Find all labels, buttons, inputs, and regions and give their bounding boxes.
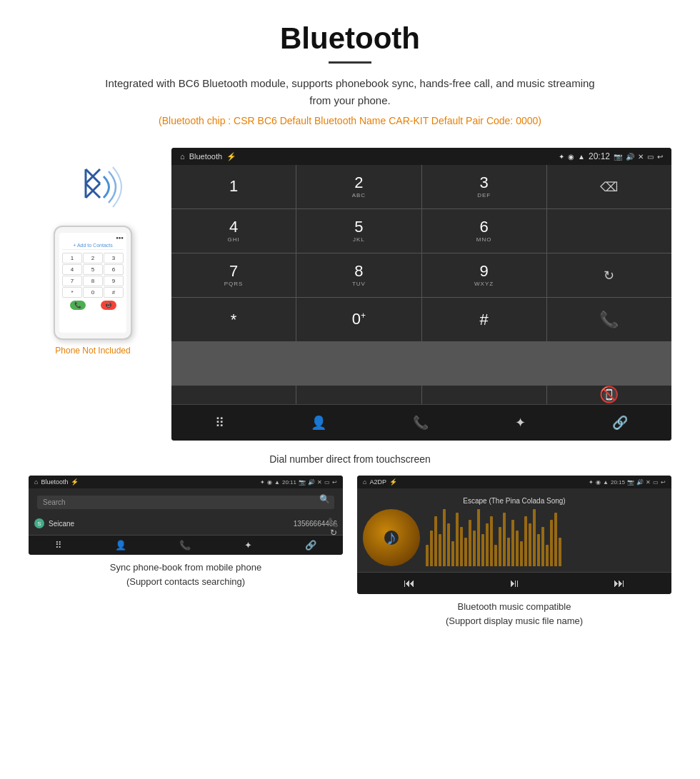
viz-bar [464, 538, 467, 566]
search-bar[interactable]: Search [37, 496, 334, 509]
viz-bar [511, 520, 514, 566]
dial-key-star[interactable]: * [171, 298, 296, 341]
mu-vol-icon[interactable]: 🔊 [636, 479, 644, 486]
phone-key-9[interactable]: 9 [104, 276, 124, 286]
call-button[interactable]: 📞 [547, 298, 671, 341]
phone-key-0[interactable]: 0 [83, 287, 103, 298]
play-pause-button[interactable]: ⏯ [509, 577, 520, 590]
dial-key-9[interactable]: 9 WXYZ [422, 253, 546, 297]
mu-back-icon[interactable]: ↩ [661, 479, 666, 486]
dial-key-6[interactable]: 6 MNO [422, 209, 546, 253]
viz-bar [477, 509, 480, 566]
bottom-btn-keypad[interactable]: ⠿ [208, 412, 231, 433]
pb-win-icon[interactable]: ▭ [324, 479, 330, 486]
mu-close-icon[interactable]: ✕ [646, 479, 651, 486]
volume-icon[interactable]: 🔊 [626, 153, 634, 161]
phone-section: ●●● + Add to Contacts 1 2 3 4 5 6 7 8 9 … [29, 148, 157, 356]
dial-key-7[interactable]: 7 PQRS [171, 253, 296, 297]
page-description: Integrated with BC6 Bluetooth module, su… [100, 75, 600, 109]
mu-home-icon[interactable]: ⌂ [363, 478, 366, 486]
dial-key-0[interactable]: 0+ [296, 298, 421, 341]
phonebook-status-bar: ⌂ Bluetooth ⚡ ✦ ◉ ▲ 20:11 📷 🔊 ✕ ▭ ↩ [29, 476, 343, 488]
viz-bar [473, 531, 476, 566]
phone-screen: ●●● + Add to Contacts 1 2 3 4 5 6 7 8 9 … [59, 233, 126, 333]
dial-caption: Dial number direct from touchscreen [0, 448, 700, 476]
viz-bar [537, 534, 540, 566]
mu-win-icon[interactable]: ▭ [653, 479, 659, 486]
phone-key-star[interactable]: * [62, 287, 82, 298]
pb-btn-keypad[interactable]: ⠿ [55, 540, 62, 551]
back-icon[interactable]: ↩ [657, 153, 663, 161]
phone-end-button[interactable]: 📵 [101, 301, 116, 310]
bottom-btn-bluetooth[interactable]: ✦ [508, 412, 533, 433]
pb-vol-icon[interactable]: 🔊 [308, 479, 315, 486]
phone-key-6[interactable]: 6 [104, 264, 124, 275]
dial-key-8[interactable]: 8 TUV [296, 253, 421, 297]
empty-row5-1 [171, 386, 296, 404]
viz-bar [529, 523, 531, 566]
pb-btn-bluetooth[interactable]: ✦ [244, 540, 252, 551]
phonebook-list: S Seicane 13566664466 [29, 512, 343, 535]
prev-button[interactable]: ⏮ [404, 577, 415, 590]
viz-bar [430, 531, 433, 566]
pb-close-icon[interactable]: ✕ [317, 479, 322, 486]
pb-cam-icon[interactable]: 📷 [299, 479, 306, 486]
next-button[interactable]: ⏭ [614, 577, 625, 590]
viz-bar [524, 516, 527, 566]
album-art: ♪ [363, 509, 420, 566]
phone-key-7[interactable]: 7 [62, 276, 82, 286]
reload-button[interactable]: ↻ [547, 253, 671, 297]
search-icon[interactable]: 🔍 [319, 494, 330, 504]
dial-key-5[interactable]: 5 JKL [296, 209, 421, 253]
bt-music-icon: ♪ [386, 526, 397, 550]
music-content: Escape (The Pina Colada Song) ♪ [357, 488, 671, 572]
car-dialpad-screen: ⌂ Bluetooth ⚡ ✦ ◉ ▲ 20:12 📷 🔊 ✕ ▭ ↩ 1 [171, 148, 671, 441]
pb-btn-link[interactable]: 🔗 [305, 540, 316, 551]
phone-call-icon[interactable]: 📞 [328, 518, 339, 528]
contact-item-seicane[interactable]: S Seicane 13566664466 [29, 515, 343, 532]
sync-icon[interactable]: ↻ [330, 528, 337, 538]
backspace-button[interactable]: ⌫ [547, 165, 671, 208]
usb-icon: ⚡ [226, 152, 236, 161]
bluetooth-illustration [57, 162, 129, 215]
close-icon[interactable]: ✕ [638, 153, 644, 161]
location-icon: ◉ [568, 153, 574, 161]
phone-key-4[interactable]: 4 [62, 264, 82, 275]
music-status-left: ⌂ A2DP ⚡ [363, 478, 397, 486]
bottom-btn-contacts[interactable]: 👤 [304, 412, 334, 433]
dial-key-4[interactable]: 4 GHI [171, 209, 296, 253]
phone-key-1[interactable]: 1 [62, 253, 82, 263]
phone-key-8[interactable]: 8 [83, 276, 103, 286]
phone-key-3[interactable]: 3 [104, 253, 124, 263]
car-status-bar: ⌂ Bluetooth ⚡ ✦ ◉ ▲ 20:12 📷 🔊 ✕ ▭ ↩ [171, 148, 671, 165]
phone-key-hash[interactable]: # [104, 287, 124, 298]
dial-key-hash[interactable]: # [422, 298, 546, 341]
car-bottom-bar: ⠿ 👤 📞 ✦ 🔗 [171, 404, 671, 441]
window-icon[interactable]: ▭ [647, 153, 654, 161]
viz-bar [434, 516, 437, 566]
phone-key-2[interactable]: 2 [83, 253, 103, 263]
camera-icon[interactable]: 📷 [614, 153, 622, 161]
dial-key-2[interactable]: 2 ABC [296, 165, 421, 208]
phonebook-status-left: ⌂ Bluetooth ⚡ [34, 478, 79, 486]
phone-not-included-label: Phone Not Included [55, 346, 130, 356]
end-call-button[interactable]: 📵 [547, 386, 671, 404]
viz-bar [451, 541, 454, 566]
pb-home-icon[interactable]: ⌂ [34, 478, 38, 486]
phonebook-search-area: Search 🔍 [29, 488, 343, 512]
dial-key-3[interactable]: 3 DEF [422, 165, 546, 208]
home-icon[interactable]: ⌂ [180, 152, 185, 161]
mu-cam-icon[interactable]: 📷 [627, 479, 634, 486]
music-status-bar: ⌂ A2DP ⚡ ✦ ◉ ▲ 20:15 📷 🔊 ✕ ▭ ↩ [357, 476, 671, 488]
pb-btn-contacts[interactable]: 👤 [115, 540, 126, 551]
bottom-btn-phone[interactable]: 📞 [406, 412, 436, 433]
pb-btn-phone[interactable]: 📞 [179, 540, 191, 551]
phone-key-5[interactable]: 5 [83, 264, 103, 275]
pb-back-icon[interactable]: ↩ [332, 479, 337, 486]
dial-key-1[interactable]: 1 [171, 165, 296, 208]
viz-bar [516, 531, 519, 566]
music-block: ⌂ A2DP ⚡ ✦ ◉ ▲ 20:15 📷 🔊 ✕ ▭ ↩ [357, 476, 671, 628]
phone-call-button[interactable]: 📞 [70, 301, 86, 310]
bottom-btn-link[interactable]: 🔗 [605, 412, 635, 433]
mu-time: 20:15 [611, 479, 625, 486]
